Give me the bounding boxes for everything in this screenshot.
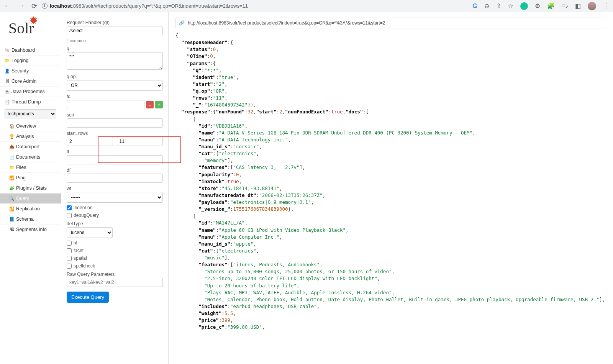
spellcheck-checkbox[interactable] <box>67 264 72 269</box>
url-host: localhost <box>50 3 72 9</box>
fq-label: fq <box>67 94 163 99</box>
nav-icon: ☕ <box>5 89 10 95</box>
q-input[interactable]: *:* <box>67 52 163 70</box>
indent-checkbox[interactable] <box>67 205 72 210</box>
subnav-item-dataimport[interactable]: 📥Dataimport <box>0 141 61 152</box>
gear-icon[interactable]: ⚙ <box>535 2 540 10</box>
sort-input[interactable] <box>67 118 163 128</box>
address-bar[interactable]: i localhost:8983/solr/#/techproducts/que… <box>42 3 468 9</box>
nav-icon: 🏠 <box>9 124 15 129</box>
facet-label: facet <box>74 248 84 253</box>
google-icon[interactable]: G <box>472 3 477 10</box>
browser-toolbar: ← → ⟳ i localhost:8983/solr/#/techproduc… <box>0 0 613 12</box>
browser-actions: G ⊖ ⇪ ☆ ⚙ 🧩 ≡♪ ◧ ⋮ <box>472 2 609 10</box>
nav-item-logging[interactable]: 📁Logging <box>0 55 61 66</box>
subnav-item-files[interactable]: 📁Files <box>0 162 61 172</box>
nav-icon: 📶 <box>9 175 15 181</box>
subnav-item-schema[interactable]: 📘Schema <box>0 214 61 224</box>
qop-label: q.op <box>67 74 163 79</box>
request-handler-input[interactable] <box>67 26 163 35</box>
fq-add-button[interactable]: + <box>155 101 163 108</box>
fq-remove-button[interactable]: – <box>146 101 154 108</box>
facet-checkbox[interactable] <box>67 248 72 253</box>
share-icon[interactable]: ⇪ <box>496 2 501 10</box>
result-url-bar[interactable]: 🔗 http://localhost:8983/solr/techproduct… <box>175 18 606 28</box>
deftype-label: defType <box>67 221 163 226</box>
qop-select[interactable]: OR <box>67 80 163 91</box>
site-info-icon[interactable]: i <box>42 3 48 9</box>
link-icon: 🔗 <box>179 20 185 26</box>
solr-logo: Solr✹ <box>0 19 61 45</box>
grammarly-icon[interactable] <box>520 2 528 10</box>
nav-item-security[interactable]: 👤Security <box>0 66 61 76</box>
nav-icon: 🏗 <box>9 227 15 233</box>
core-selector[interactable]: techproducts <box>5 109 56 118</box>
wt-label: wt <box>67 186 163 191</box>
fl-label: fl <box>67 149 163 154</box>
subnav-item-ping[interactable]: 📶Ping <box>0 172 61 183</box>
nav-icon: 🐚 <box>5 48 10 53</box>
fl-input[interactable] <box>67 155 163 164</box>
bookmark-icon[interactable]: ☆ <box>508 2 513 10</box>
forward-icon[interactable]: → <box>18 2 25 10</box>
hl-checkbox[interactable] <box>67 241 72 246</box>
subnav-item-overview[interactable]: 🏠Overview <box>0 121 61 131</box>
nav-icon: 📘 <box>9 217 15 222</box>
request-handler-label: Request-Handler (qt) <box>67 20 163 25</box>
debugquery-label: debugQuery <box>74 213 99 218</box>
profile-avatar[interactable] <box>588 2 596 10</box>
spellcheck-label: spellcheck <box>74 263 95 269</box>
nav-icon: 🔍 <box>9 196 15 202</box>
reload-icon[interactable]: ⟳ <box>31 2 37 10</box>
nav-item-thread-dump[interactable]: 📑Thread Dump <box>0 97 61 107</box>
nav-icon: 👤 <box>5 69 10 74</box>
nav-icon: 📥 <box>9 144 15 150</box>
raw-params-input[interactable] <box>67 278 163 287</box>
startrows-label: start, rows <box>67 131 163 136</box>
nav-item-java-properties[interactable]: ☕Java Properties <box>0 86 61 97</box>
playlist-icon[interactable]: ≡♪ <box>562 3 568 10</box>
sidebar: Solr✹ 🐚Dashboard📁Logging👤Security🗄Core A… <box>0 12 61 364</box>
fq-input[interactable] <box>67 100 144 109</box>
spatial-checkbox[interactable] <box>67 256 72 261</box>
subnav-item-query[interactable]: 🔍Query <box>0 193 61 203</box>
rows-input[interactable] <box>117 137 163 146</box>
url-path: :8983/solr/#/techproducts/query?q=*:*&q.… <box>72 3 248 9</box>
wt-select[interactable]: ------ <box>67 192 163 203</box>
logo-flare-icon: ✹ <box>29 14 38 27</box>
df-input[interactable] <box>67 174 163 183</box>
nav-icon: 📁 <box>9 165 15 171</box>
subnav-item-replication[interactable]: 🔁Replication <box>0 203 61 214</box>
execute-query-button[interactable]: Execute Query <box>67 292 109 303</box>
nav-icon: 🏆 <box>9 134 15 139</box>
result-panel: 🔗 http://localhost:8983/solr/techproduct… <box>169 12 613 364</box>
back-icon[interactable]: ← <box>4 2 11 10</box>
nav-icon: 🔁 <box>9 207 15 212</box>
deftype-select[interactable]: lucene <box>67 227 113 238</box>
nav-icon: 🧩 <box>9 186 15 191</box>
start-input[interactable] <box>67 137 113 146</box>
nav-icon: 🗄 <box>5 79 10 84</box>
nav-icon: 📄 <box>9 155 15 160</box>
sort-label: sort <box>67 112 163 118</box>
subnav-item-segments-info[interactable]: 🏗Segments info <box>0 224 61 234</box>
nav-icon: 📁 <box>5 58 10 64</box>
df-label: df <box>67 167 163 173</box>
nav-item-core-admin[interactable]: 🗄Core Admin <box>0 76 61 86</box>
indent-label: indent on <box>74 205 92 210</box>
query-form: Request-Handler (qt) common q *:* q.op O… <box>61 12 169 364</box>
debugquery-checkbox[interactable] <box>67 213 72 218</box>
panel-icon[interactable]: ◧ <box>575 2 581 10</box>
subnav-item-plugins-stats[interactable]: 🧩Plugins / Stats <box>0 183 61 193</box>
nav-icon: 📑 <box>5 100 10 105</box>
hl-label: hl <box>74 240 77 246</box>
q-label: q <box>67 46 163 51</box>
extensions-icon[interactable]: 🧩 <box>547 2 555 10</box>
json-response: { "responseHeader":{ "status":0, "QTime"… <box>175 32 606 331</box>
subnav-item-analysis[interactable]: 🏆Analysis <box>0 131 61 141</box>
zoom-icon[interactable]: ⊖ <box>484 2 489 10</box>
subnav-item-documents[interactable]: 📄Documents <box>0 152 61 162</box>
raw-params-label: Raw Query Parameters <box>67 272 163 277</box>
nav-item-dashboard[interactable]: 🐚Dashboard <box>0 45 61 55</box>
menu-icon[interactable]: ⋮ <box>603 2 609 10</box>
